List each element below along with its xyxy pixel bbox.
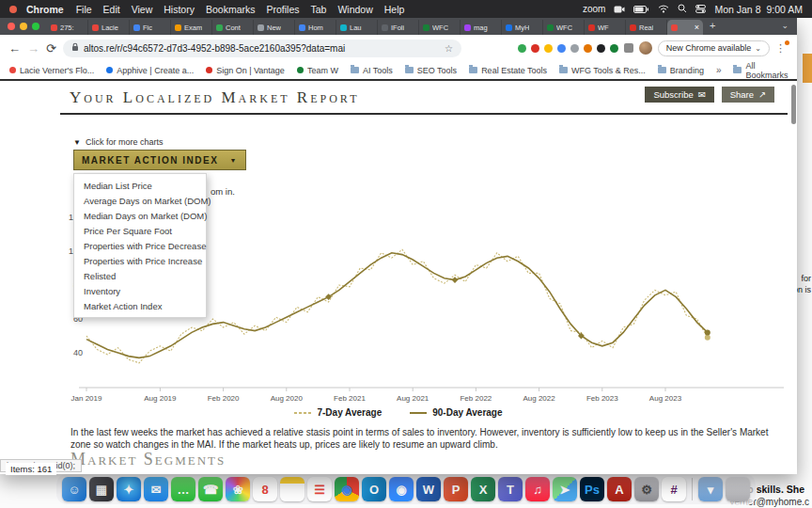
control-center-icon[interactable] bbox=[695, 4, 706, 15]
dock-trash-icon[interactable] bbox=[726, 477, 750, 501]
dock-finder-icon[interactable]: ☺ bbox=[62, 477, 86, 501]
dock-word-icon[interactable]: W bbox=[416, 477, 441, 501]
browser-tab[interactable]: New bbox=[254, 20, 295, 35]
extension-icon[interactable] bbox=[610, 44, 618, 53]
extension-icon[interactable] bbox=[557, 44, 566, 53]
browser-tab[interactable]: Lau bbox=[336, 20, 378, 35]
reload-button[interactable]: ⟳ bbox=[46, 42, 56, 55]
menubar-item-profiles[interactable]: Profiles bbox=[266, 4, 299, 15]
extension-icon[interactable] bbox=[531, 44, 539, 53]
dock-launchpad-icon[interactable]: ▦ bbox=[89, 477, 114, 501]
dock-zoom-icon[interactable]: ◉ bbox=[389, 477, 414, 501]
chrome-update-pill[interactable]: New Chrome available ⌄ bbox=[658, 40, 770, 56]
extension-icon[interactable] bbox=[597, 44, 605, 53]
dock-slack-icon[interactable]: # bbox=[662, 477, 686, 501]
bookmark-star-icon[interactable]: ☆ bbox=[445, 43, 453, 54]
legend-item[interactable]: 90-Day Average bbox=[410, 407, 502, 418]
menubar-item-help[interactable]: Help bbox=[384, 4, 405, 15]
dock-settings-icon[interactable]: ⚙ bbox=[634, 477, 659, 501]
dock-messages-icon[interactable]: … bbox=[171, 477, 195, 501]
wifi-icon[interactable] bbox=[658, 4, 669, 15]
address-bar[interactable]: altos.re/r/c94c6572-d7d3-4952-b898-5ace2… bbox=[63, 40, 461, 57]
browser-tab[interactable]: Exam bbox=[171, 20, 212, 35]
dock-maps-icon[interactable]: ➤ bbox=[553, 477, 577, 501]
dropdown-option[interactable]: Properties with Price Decrease bbox=[74, 238, 206, 253]
new-tab-button[interactable]: + bbox=[703, 20, 722, 33]
bookmark-folder[interactable]: Real Estate Tools bbox=[469, 66, 547, 75]
dock-calendar-icon[interactable]: 8 bbox=[253, 477, 277, 501]
browser-tab[interactable]: Hom bbox=[295, 20, 336, 35]
legend-item[interactable]: 7-Day Average bbox=[294, 407, 382, 418]
tab-search-chevron-icon[interactable]: ⌄ bbox=[781, 21, 797, 32]
forward-button[interactable]: → bbox=[27, 42, 39, 55]
dock-mail-icon[interactable]: ✉ bbox=[144, 477, 168, 501]
menubar-item-view[interactable]: View bbox=[132, 4, 153, 15]
bookmark-folder[interactable]: WFG Tools & Res... bbox=[559, 66, 646, 75]
browser-tab[interactable]: WF bbox=[585, 20, 626, 35]
chart-selector-dropdown[interactable]: Market Action Index ▼ bbox=[73, 150, 246, 170]
zoom-status-item[interactable]: zoom bbox=[583, 4, 605, 14]
dropdown-option[interactable]: Market Action Index bbox=[74, 298, 206, 313]
dropdown-option[interactable]: Median List Price bbox=[74, 178, 206, 193]
battery-icon[interactable] bbox=[633, 4, 649, 15]
bookmark-site[interactable]: Lacie Verner's Flo... bbox=[9, 66, 94, 75]
dropdown-option[interactable]: Price Per Square Foot bbox=[74, 223, 206, 238]
close-window-button[interactable] bbox=[8, 23, 15, 30]
dock-facetime-icon[interactable]: ☎ bbox=[198, 477, 223, 501]
share-button[interactable]: Share ↗ bbox=[722, 87, 774, 103]
dock-downloads-icon[interactable]: ▾ bbox=[698, 477, 723, 501]
menubar-item-window[interactable]: Window bbox=[337, 4, 372, 15]
menubar-clock[interactable]: Mon Jan 8 9:00 AM bbox=[714, 4, 803, 15]
browser-tab-active[interactable]: × bbox=[667, 20, 703, 35]
browser-tab[interactable]: Real bbox=[626, 20, 667, 35]
browser-tab[interactable]: mag bbox=[461, 20, 502, 35]
dock-music-icon[interactable]: ♫ bbox=[525, 477, 550, 501]
minimize-window-button[interactable] bbox=[20, 23, 27, 30]
menubar-item-tab[interactable]: Tab bbox=[310, 4, 326, 15]
search-icon[interactable] bbox=[678, 4, 687, 15]
zoom-window-button[interactable] bbox=[32, 23, 39, 30]
dropdown-option[interactable]: Average Days on Market (DOM) bbox=[74, 193, 206, 208]
bookmarks-overflow-icon[interactable]: » bbox=[716, 65, 722, 75]
dock-excel-icon[interactable]: X bbox=[471, 477, 495, 501]
extension-icon[interactable] bbox=[570, 44, 579, 53]
dropdown-option[interactable]: Properties with Price Increase bbox=[74, 253, 206, 268]
browser-tab[interactable]: Fic bbox=[130, 20, 171, 35]
dock-safari-icon[interactable]: ✦ bbox=[117, 477, 141, 501]
bookmark-folder[interactable]: AI Tools bbox=[351, 66, 393, 75]
video-icon[interactable] bbox=[614, 4, 625, 15]
bookmark-folder[interactable]: SEO Tools bbox=[405, 66, 457, 75]
bookmark-site[interactable]: Team W bbox=[297, 66, 338, 75]
dock-reminders-icon[interactable]: ☰ bbox=[307, 477, 332, 501]
back-button[interactable]: ← bbox=[8, 42, 21, 55]
browser-tab[interactable]: WFC bbox=[543, 20, 585, 35]
dock-chrome-icon[interactable]: ◉ bbox=[335, 477, 359, 501]
menubar-app-name[interactable]: Chrome bbox=[26, 4, 64, 15]
dock-outlook-icon[interactable]: O bbox=[362, 477, 386, 501]
browser-tab[interactable]: 275: bbox=[47, 20, 88, 35]
browser-tab[interactable]: Lacie bbox=[88, 20, 130, 35]
tab-close-icon[interactable]: × bbox=[695, 23, 699, 32]
menubar-item-history[interactable]: History bbox=[164, 4, 195, 15]
dropdown-option[interactable]: Median Days on Market (DOM) bbox=[74, 208, 206, 223]
page-scrollbar[interactable] bbox=[791, 85, 796, 124]
browser-tab[interactable]: Cont bbox=[212, 20, 254, 35]
bookmark-site[interactable]: Apphive | Create a... bbox=[106, 66, 194, 75]
dock-notes-icon[interactable] bbox=[280, 477, 304, 501]
extension-icon[interactable] bbox=[584, 44, 592, 53]
dock-teams-icon[interactable]: T bbox=[498, 477, 523, 501]
apple-menu-icon[interactable] bbox=[9, 6, 17, 13]
browser-tab[interactable]: WFC bbox=[419, 20, 461, 35]
browser-tab[interactable]: IFoli bbox=[378, 20, 419, 35]
bookmark-site[interactable]: Sign On | Vantage bbox=[206, 66, 285, 75]
more-charts-link[interactable]: ▼ Click for more charts bbox=[73, 137, 163, 147]
extension-icon[interactable] bbox=[518, 44, 526, 53]
extension-icon[interactable] bbox=[544, 44, 553, 53]
browser-tab[interactable]: MyH bbox=[502, 20, 543, 35]
menubar-item-file[interactable]: File bbox=[76, 4, 92, 15]
dropdown-option[interactable]: Relisted bbox=[74, 268, 206, 283]
dock-photos-icon[interactable]: ❀ bbox=[226, 477, 250, 501]
menubar-item-edit[interactable]: Edit bbox=[103, 4, 120, 15]
menubar-item-bookmarks[interactable]: Bookmarks bbox=[206, 4, 256, 15]
browser-menu-icon[interactable]: ⋮ bbox=[775, 42, 789, 55]
